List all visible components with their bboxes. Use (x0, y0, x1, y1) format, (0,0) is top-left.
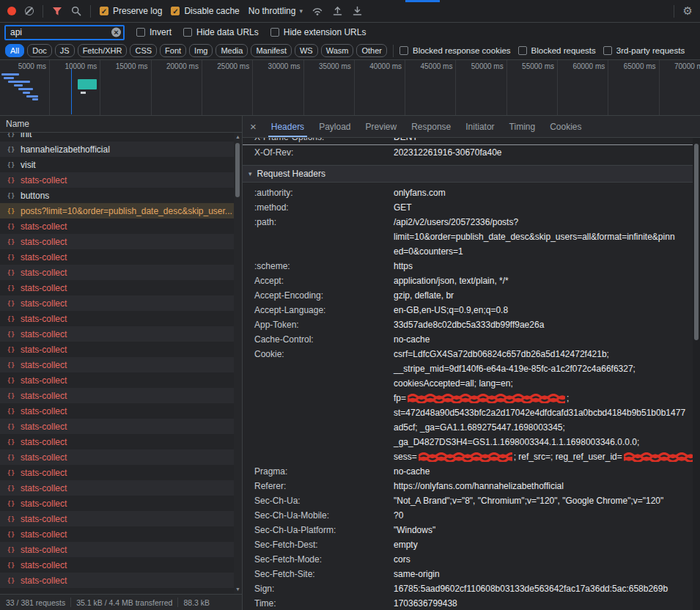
request-row[interactable]: {}stats-collect (0, 295, 234, 311)
blocked-response-cookies-checkbox[interactable]: Blocked response cookies (399, 46, 511, 55)
request-row[interactable]: {}stats-collect (0, 218, 234, 234)
timeline-overview[interactable]: 5000 ms10000 ms15000 ms20000 ms25000 ms3… (0, 60, 700, 116)
header-name: :authority: (254, 185, 394, 200)
close-details-icon[interactable]: × (250, 120, 257, 133)
throttling-select[interactable]: No throttling ▾ (248, 6, 303, 16)
request-row[interactable]: {}stats-collect (0, 449, 234, 465)
header-row: Referer:https://onlyfans.com/hannaheliza… (243, 479, 693, 493)
summary-transferred: 35.1 kB / 4.4 MB transferred (76, 598, 172, 607)
blocked-requests-checkbox[interactable]: Blocked requests (518, 46, 596, 55)
tab-response[interactable]: Response (404, 116, 458, 137)
scroll-down-icon[interactable]: ▼ (234, 585, 242, 594)
timeline-tick-label: 20000 ms (155, 62, 199, 70)
timeline-tick-label: 40000 ms (358, 62, 402, 70)
request-row[interactable]: {}stats-collect (0, 496, 234, 511)
export-har-icon[interactable] (352, 6, 363, 16)
filter-chip-manifest[interactable]: Manifest (251, 44, 292, 57)
request-row[interactable]: {}stats-collect (0, 511, 234, 526)
header-value-text: csrf=LdfcGX4Sa72db06824c657db26a5d142472… (394, 347, 609, 361)
filter-chip-js[interactable]: JS (55, 44, 75, 57)
name-column-header[interactable]: Name (0, 116, 242, 133)
search-icon[interactable] (71, 6, 81, 16)
request-type-icon: {} (6, 408, 16, 415)
tab-preview[interactable]: Preview (358, 116, 405, 137)
request-row[interactable]: {}stats-collect (0, 372, 234, 388)
record-network-log-button[interactable] (7, 7, 16, 15)
request-row[interactable]: {}stats-collect (0, 434, 234, 449)
request-row[interactable]: {}stats-collect (0, 172, 234, 188)
timeline-tick-label: 30000 ms (257, 62, 301, 70)
request-row[interactable]: {}stats-collect (0, 326, 234, 342)
scrollbar-thumb[interactable] (235, 143, 240, 197)
filter-chip-wasm[interactable]: Wasm (321, 44, 354, 57)
request-row[interactable]: {}hannahelizabethofficial (0, 142, 234, 157)
request-row[interactable]: {}stats-collect (0, 403, 234, 419)
hide-extension-urls-checkbox[interactable]: Hide extension URLs (270, 27, 366, 37)
request-row[interactable]: {}stats-collect (0, 542, 234, 557)
header-value-text: sess= (394, 449, 417, 464)
header-name: Sec-Fetch-Dest: (254, 537, 394, 552)
request-list-scrollbar[interactable]: ▲ ▼ (234, 133, 242, 594)
request-row[interactable]: {}stats-collect (0, 480, 234, 496)
request-row[interactable]: {}stats-collect (0, 311, 234, 326)
request-row[interactable]: {}stats-collect (0, 526, 234, 542)
header-name: App-Token: (254, 317, 394, 332)
clear-network-log-icon[interactable] (25, 7, 34, 15)
request-row[interactable]: {}visit (0, 157, 234, 172)
network-conditions-icon[interactable] (312, 7, 323, 16)
tab-timing[interactable]: Timing (502, 116, 543, 137)
request-row[interactable]: {}stats-collect (0, 557, 234, 573)
invert-checkbox[interactable]: Invert (136, 27, 172, 37)
preserve-log-checkbox[interactable]: ✓ Preserve log (100, 6, 162, 16)
import-har-icon[interactable] (332, 6, 343, 16)
summary-divider (177, 598, 178, 607)
tab-initiator[interactable]: Initiator (458, 116, 501, 137)
request-row[interactable]: {}posts?limit=10&order=publish_date_desc… (0, 203, 234, 218)
clear-filter-icon[interactable]: × (111, 28, 121, 37)
request-row[interactable]: {}stats-collect (0, 342, 234, 357)
hide-data-urls-checkbox[interactable]: Hide data URLs (183, 27, 259, 37)
filter-chip-font[interactable]: Font (160, 44, 186, 57)
disable-cache-checkbox[interactable]: ✓ Disable cache (171, 6, 239, 16)
request-row[interactable]: {}stats-collect (0, 465, 234, 480)
filter-chip-doc[interactable]: Doc (27, 44, 52, 57)
tab-payload[interactable]: Payload (312, 116, 358, 137)
timeline-tick-label: 65000 ms (612, 62, 656, 70)
filter-chip-media[interactable]: Media (215, 44, 248, 57)
filter-chip-img[interactable]: Img (189, 44, 213, 57)
3rd-party-requests-checkbox[interactable]: 3rd-party requests (603, 46, 685, 55)
scrollbar-thumb[interactable] (694, 144, 699, 340)
request-row[interactable]: {}stats-collect (0, 388, 234, 403)
filter-chip-other[interactable]: Other (356, 44, 387, 57)
request-row[interactable]: {}init (0, 133, 234, 142)
request-row[interactable]: {}stats-collect (0, 265, 234, 280)
request-headers-section[interactable]: ▾Request Headers (243, 165, 693, 183)
request-row[interactable]: {}stats-collect (0, 234, 234, 249)
filter-input[interactable] (4, 25, 125, 40)
header-value: no-cache (394, 332, 693, 347)
request-name: stats-collect (21, 545, 67, 555)
request-row[interactable]: {}stats-collect (0, 573, 234, 588)
details-scrollbar[interactable] (693, 138, 700, 610)
settings-gear-icon[interactable]: ⚙ (683, 4, 693, 18)
scroll-up-icon[interactable]: ▲ (234, 133, 242, 142)
request-row[interactable]: {}buttons (0, 188, 234, 203)
header-value: application/json, text/plain, */* (394, 273, 693, 288)
filter-chip-all[interactable]: All (5, 44, 24, 57)
tab-headers[interactable]: Headers (264, 116, 312, 137)
filter-chip-fetch-xhr[interactable]: Fetch/XHR (78, 44, 128, 57)
request-row[interactable]: {}stats-collect (0, 280, 234, 295)
request-row[interactable]: {}stats-collect (0, 249, 234, 265)
request-name: posts?limit=10&order=publish_date_desc&s… (21, 206, 232, 216)
request-type-icon: {} (6, 546, 16, 554)
tab-cookies[interactable]: Cookies (542, 116, 589, 137)
request-row[interactable]: {}stats-collect (0, 419, 234, 434)
filter-chip-css[interactable]: CSS (130, 44, 157, 57)
filter-chip-ws[interactable]: WS (295, 44, 318, 57)
header-value: en-GB,en-US;q=0.9,en;q=0.8 (394, 303, 693, 317)
request-row[interactable]: {}stats-collect (0, 357, 234, 372)
request-name: buttons (21, 191, 49, 201)
header-value-line: GET (394, 200, 693, 215)
filter-icon[interactable] (52, 7, 62, 16)
header-name: Sec-Ch-Ua: (254, 493, 394, 508)
